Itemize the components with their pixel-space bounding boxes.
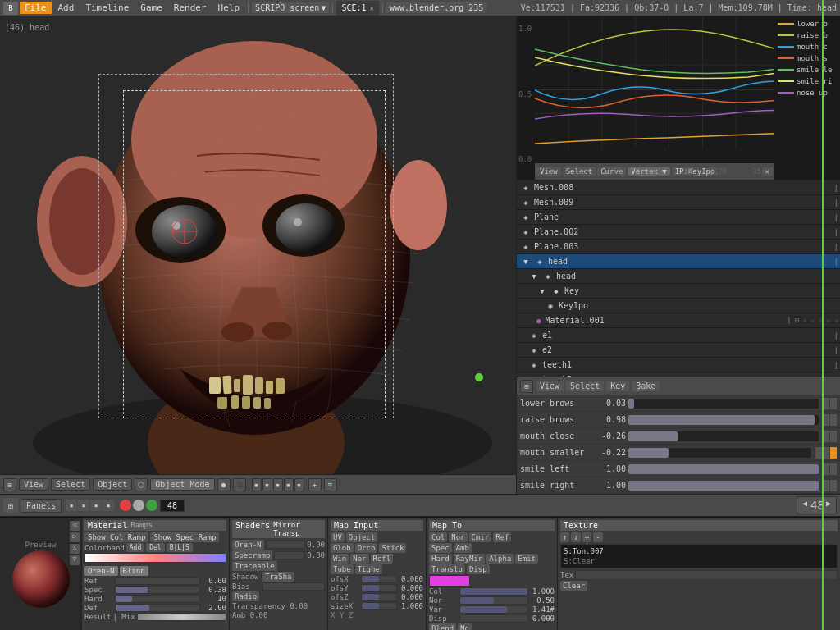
mi-tighe-btn[interactable]: Tighe (355, 564, 382, 574)
col-ramp-btn[interactable]: Show Col Ramp (84, 532, 148, 542)
menu-render[interactable]: Render (169, 2, 212, 14)
trasha-btn[interactable]: TraSha (262, 572, 294, 582)
ofsx-slider[interactable] (361, 575, 397, 583)
grid-btn-4[interactable]: ▪ (284, 478, 294, 491)
tex-del-btn[interactable]: - (593, 532, 602, 542)
mt-emit-btn[interactable]: Emit (515, 554, 538, 564)
viewport-select-btn[interactable]: Select (51, 478, 90, 491)
viewport-render-icon[interactable]: ● (217, 478, 231, 491)
mi-orco-btn[interactable]: Orco (355, 543, 378, 553)
sk-bar-3[interactable] (628, 448, 811, 458)
mi-refl-btn[interactable]: Refl (371, 554, 394, 564)
scene-tab[interactable]: SCE:1 ✕ (336, 1, 379, 16)
mi-uv-btn[interactable]: UV (331, 532, 345, 542)
prev-ctrl-4[interactable]: ▽ (70, 555, 80, 565)
viewport-view-btn[interactable]: View (19, 478, 48, 491)
sk-select-btn[interactable]: Select (566, 381, 604, 391)
colorband[interactable] (84, 553, 226, 563)
sk-bar-4[interactable] (628, 464, 819, 474)
outliner-item-e2[interactable]: ◈ e2 | (517, 343, 840, 358)
mt-raymir-btn[interactable]: RayMir (454, 554, 486, 564)
website-link[interactable]: www.blender.org 235 (386, 2, 486, 13)
specramp-shader-btn[interactable]: Specramp (232, 550, 272, 560)
outliner-item-key[interactable]: ▼ ◆ Key (517, 284, 840, 299)
tl-icon-4[interactable]: ▪ (103, 500, 114, 511)
def-slider[interactable] (115, 604, 200, 612)
bias-input[interactable] (262, 582, 325, 591)
mt-ref-btn[interactable]: Ref (493, 532, 511, 542)
mt-col-btn[interactable]: Col (429, 532, 447, 542)
menu-file[interactable]: File (20, 2, 52, 14)
outliner-item-mesh009[interactable]: ◈ Mesh.009 | (517, 195, 840, 210)
tex-slot-2[interactable]: S:Clear (563, 556, 835, 566)
tex-clear-btn[interactable]: Clear (560, 581, 587, 591)
tl-icon-2[interactable]: ▪ (78, 500, 89, 511)
menu-game[interactable]: Game (135, 2, 167, 14)
viewport-object-icon[interactable]: ⬡ (135, 478, 148, 491)
tl-expand-btn[interactable]: ◀ 48 ▶ (797, 496, 837, 514)
mt-disp-sl[interactable] (459, 614, 528, 623)
cb-del-btn[interactable]: Del (146, 543, 164, 552)
mt-blend-btn[interactable]: Blend (429, 623, 456, 630)
sk-bar-1[interactable] (628, 415, 819, 425)
mt-alpha-btn[interactable]: Alpha (486, 554, 514, 564)
sk-bar-5[interactable] (628, 481, 819, 491)
radio-btn[interactable]: Radio (232, 591, 259, 601)
specramp-input[interactable] (274, 551, 305, 559)
tl-mode-icon[interactable]: ⊞ (3, 498, 18, 513)
mi-glob-btn[interactable]: Glob (331, 543, 354, 553)
mt-hard-btn[interactable]: Hard (429, 554, 452, 564)
mt-nor-btn[interactable]: Nor (449, 532, 467, 542)
ofsy-slider[interactable] (361, 584, 397, 592)
ofsz-slider[interactable] (361, 593, 397, 601)
ipo-canvas[interactable] (535, 16, 774, 163)
map-to-color-picker[interactable] (429, 575, 470, 587)
grid-btn-1[interactable]: ▪ (252, 478, 262, 491)
sk-bar-0[interactable] (628, 399, 819, 409)
prev-ctrl-1[interactable]: ◁ (70, 521, 80, 531)
oren-shader-btn[interactable]: Oren-N (232, 540, 264, 550)
viewport-mode-btn[interactable]: Object Mode (150, 478, 214, 491)
blinn-btn[interactable]: Blinn (120, 566, 148, 576)
traceable-btn[interactable]: Traceable (232, 561, 277, 571)
viewport-extra-icon[interactable]: + (308, 478, 322, 491)
hard-slider[interactable] (115, 595, 200, 603)
sk-mode-icon[interactable]: ⊞ (520, 380, 533, 393)
grid-btn-3[interactable]: ▪ (273, 478, 283, 491)
mt-var-sl[interactable] (459, 605, 528, 614)
mt-translu-btn[interactable]: Translu (429, 564, 465, 574)
mt-disp-btn[interactable]: Disp (467, 564, 490, 574)
outliner-item-head-mesh[interactable]: ▼ ◈ head (517, 269, 840, 284)
outliner-item-mesh008[interactable]: ◈ Mesh.008 | (517, 180, 840, 195)
blender-icon[interactable]: B (3, 2, 18, 15)
tex-down-btn[interactable]: ↓ (571, 532, 580, 542)
tl-color-green[interactable] (146, 500, 158, 511)
tl-color-gray[interactable] (133, 500, 144, 511)
viewport-3d[interactable]: (46) head ⊞ View Select Object ⬡ Object … (0, 16, 517, 494)
mi-win-btn[interactable]: Win (331, 554, 349, 564)
outliner-item-material001[interactable]: ● Material.001 | ⊞ ☆ ☆ ☆ ☆ ☆ (517, 313, 840, 328)
screen-dropdown[interactable]: SCRIPO screen ▼ (252, 2, 329, 13)
tex-name-input[interactable] (575, 570, 838, 580)
tl-color-red[interactable] (120, 500, 131, 511)
tex-slot-1[interactable]: S:Ton.007 (563, 546, 835, 556)
outliner-item-plane[interactable]: ◈ Plane | (517, 210, 840, 225)
viewport-mode-icon[interactable]: ⊞ (3, 478, 16, 491)
outliner-item-plane002[interactable]: ◈ Plane.002 | (517, 225, 840, 240)
spec-slider[interactable] (115, 586, 200, 594)
menu-add[interactable]: Add (53, 2, 80, 14)
outliner-item-e1[interactable]: ◈ e1 | (517, 328, 840, 343)
outliner-item-plane003[interactable]: ◈ Plane.003 | (517, 240, 840, 254)
prev-ctrl-2[interactable]: ▷ (70, 532, 80, 542)
sk-bake-btn[interactable]: Bake (632, 381, 660, 391)
mt-spec-btn[interactable]: Spec (429, 543, 452, 553)
mi-nor-btn[interactable]: Nor (350, 554, 368, 564)
mi-obj-btn[interactable]: Object (346, 532, 378, 542)
tl-icon-3[interactable]: ▪ (90, 500, 102, 511)
mt-amb-btn[interactable]: Amb (454, 543, 472, 553)
outliner-item-head-root[interactable]: ▼ ◈ head | (517, 254, 840, 269)
tex-add-btn[interactable]: + (582, 532, 591, 542)
mi-stick-btn[interactable]: Stick (379, 543, 406, 553)
ref-slider[interactable] (115, 577, 200, 585)
sk-key-btn[interactable]: Key (606, 381, 629, 391)
